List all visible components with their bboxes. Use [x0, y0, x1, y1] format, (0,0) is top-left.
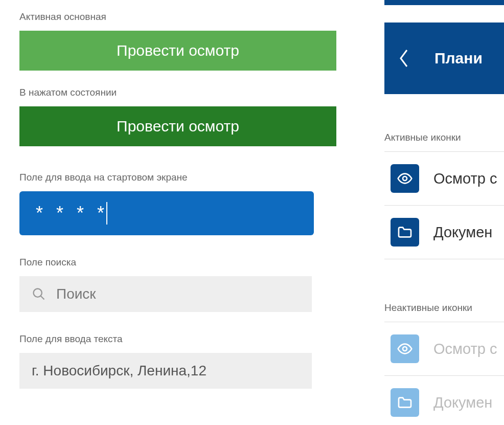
address-value: г. Новосибирск, Ленина,12 — [32, 363, 207, 379]
inactive-icon-list: Осмотр с Докумен — [384, 322, 504, 425]
eye-icon — [391, 334, 419, 363]
text-cursor — [106, 202, 107, 225]
nav-title: Плани — [434, 50, 483, 67]
list-item-label: Осмотр с — [433, 170, 497, 187]
header-strip — [384, 0, 504, 5]
pin-input[interactable]: * * * * — [19, 191, 314, 235]
list-item-documents[interactable]: Докумен — [384, 205, 504, 259]
list-item-documents-inactive: Докумен — [384, 375, 504, 425]
active-icons-label: Активные иконки — [384, 132, 504, 143]
text-input-label: Поле для ввода текста — [19, 333, 336, 345]
svg-point-2 — [403, 176, 407, 181]
search-input[interactable]: Поиск — [19, 276, 312, 312]
folder-icon — [391, 218, 419, 247]
nav-bar: Плани — [384, 23, 504, 94]
address-input[interactable]: г. Новосибирск, Ленина,12 — [19, 353, 312, 389]
folder-icon — [391, 388, 419, 417]
search-icon — [32, 287, 46, 301]
list-item-label: Осмотр с — [433, 341, 497, 357]
list-item-inspection-inactive: Осмотр с — [384, 322, 504, 375]
pin-mask-value: * * * * — [36, 203, 108, 224]
conduct-inspection-button[interactable]: Провести осмотр — [19, 31, 336, 71]
conduct-inspection-button-pressed[interactable]: Провести осмотр — [19, 106, 336, 146]
svg-point-0 — [34, 289, 42, 297]
list-item-inspection[interactable]: Осмотр с — [384, 151, 504, 205]
inactive-icons-label: Неактивные иконки — [384, 302, 504, 314]
active-icon-list: Осмотр с Докумен — [384, 151, 504, 259]
svg-line-1 — [41, 296, 44, 300]
active-primary-label: Активная основная — [19, 11, 336, 23]
search-field-label: Поле поиска — [19, 257, 336, 268]
list-item-label: Докумен — [433, 224, 492, 241]
search-placeholder: Поиск — [56, 286, 96, 302]
start-input-label: Поле для ввода на стартовом экране — [19, 172, 336, 183]
list-item-label: Докумен — [433, 394, 492, 411]
svg-point-3 — [403, 347, 407, 351]
pressed-state-label: В нажатом состоянии — [19, 87, 336, 98]
eye-icon — [391, 164, 419, 193]
back-icon[interactable] — [399, 48, 409, 69]
